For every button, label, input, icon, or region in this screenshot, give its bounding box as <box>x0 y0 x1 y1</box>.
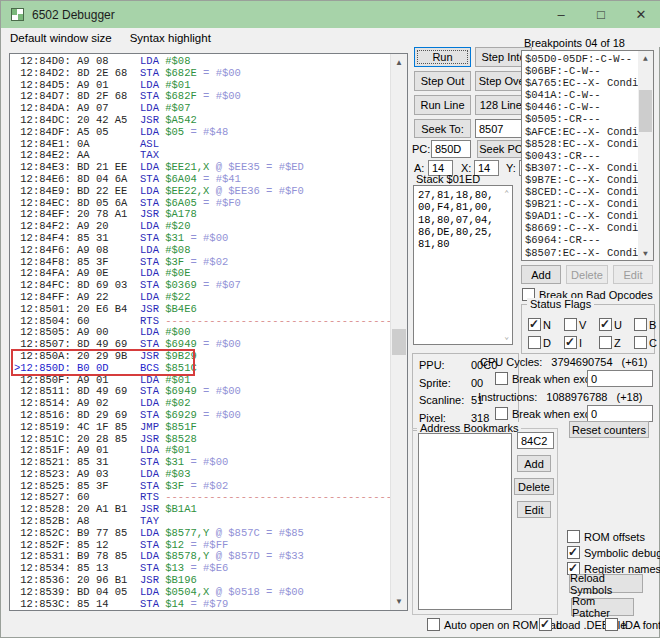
step-out-button[interactable]: Step Out <box>414 71 471 91</box>
instructions-label: Instructions: <box>478 391 537 403</box>
status-flag-C[interactable]: C <box>634 336 658 349</box>
bookmark-address-input[interactable]: 84C2 <box>517 432 554 449</box>
run-line-button[interactable]: Run Line <box>414 95 471 115</box>
breakpoint-item[interactable]: $041A:-C-W-- <box>525 89 638 101</box>
breakpoint-item[interactable]: $06BF:-C-W-- <box>525 65 638 77</box>
breakpoint-item[interactable]: $AFCE:EC--X- Conditi <box>525 126 638 138</box>
breakpoint-item[interactable]: $0446:-C-W-- <box>525 101 638 113</box>
stack-scroll-down-icon[interactable]: ⌄ <box>504 332 509 341</box>
sprite-value: 00 <box>471 375 483 393</box>
reload-symbols-button[interactable]: Reload Symbols <box>569 574 643 593</box>
bookmark-add-button[interactable]: Add <box>517 455 551 472</box>
scrollbar-thumb[interactable] <box>392 329 406 355</box>
breakpoint-add-button[interactable]: Add <box>521 265 561 284</box>
disassembly-code[interactable]: 12:84D0: A9 08 LDA #$08 12:84D2: 8D 2E 6… <box>10 54 390 610</box>
stack-box[interactable]: 27,81,18,80,00,F4,81,00,18,80,07,04,86,D… <box>413 185 513 345</box>
bookmark-edit-button[interactable]: Edit <box>517 501 551 518</box>
instr-break-input[interactable]: 0 <box>587 405 653 422</box>
breakpoint-item[interactable]: $8507:EC--X- Conditi <box>525 247 638 259</box>
flag-Z-checkbox[interactable] <box>599 336 612 349</box>
breakpoint-item[interactable]: $8528:EC--X- Conditi <box>525 138 638 150</box>
seek-to-button[interactable]: Seek To: <box>414 119 471 138</box>
menu-default-window-size[interactable]: Default window size <box>1 30 121 46</box>
cpu-break-checkbox[interactable] <box>495 372 508 385</box>
bookmark-delete-button[interactable]: Delete <box>514 478 554 495</box>
cpu-break-input[interactable]: 0 <box>587 370 653 387</box>
stack-line: 27,81,18,80, <box>418 189 510 201</box>
status-flag-Z[interactable]: Z <box>599 336 634 349</box>
run-button[interactable]: Run <box>414 47 471 67</box>
sprite-label: Sprite: <box>419 375 471 393</box>
close-button[interactable]: ✕ <box>621 1 660 28</box>
scroll-down-icon[interactable]: ▼ <box>391 593 407 610</box>
breakpoint-item[interactable]: $6964:-CR--- <box>525 234 638 246</box>
breakpoint-item[interactable]: $8CED:-C--X- Conditi <box>525 186 638 198</box>
stack-line: 18,80,07,04, <box>418 214 510 226</box>
seek-pc-button[interactable]: Seek PC <box>477 140 525 158</box>
instructions-value: 1088976788 <box>546 391 607 403</box>
symbolic-debug-checkbox[interactable] <box>567 546 580 559</box>
menu-syntax-highlight[interactable]: Syntax highlight <box>121 30 220 46</box>
breakpoint-item[interactable]: $8669:-C--X- Conditi <box>525 222 638 234</box>
flag-B-checkbox[interactable] <box>634 318 647 331</box>
stack-line: 86,DE,80,25, <box>418 226 510 238</box>
title-bar: 6502 Debugger – □ ✕ <box>1 1 660 28</box>
pc-input[interactable]: 850D <box>431 140 471 158</box>
breakpoints-scrollbar[interactable]: ▲ ▼ <box>638 51 653 260</box>
status-flag-D[interactable]: D <box>528 336 564 349</box>
window-title: 6502 Debugger <box>32 8 115 22</box>
breakpoint-item[interactable]: $A765:EC--X- Conditi <box>525 77 638 89</box>
flag-N-label: N <box>543 319 551 331</box>
breakpoint-edit-button[interactable]: Edit <box>613 265 653 284</box>
scroll-down-icon[interactable]: ▼ <box>638 246 653 260</box>
status-flag-I[interactable]: I <box>564 336 599 349</box>
scrollbar-thumb[interactable] <box>639 90 652 132</box>
breakpoint-item[interactable]: $9B21:-C--X- Conditi <box>525 198 638 210</box>
status-flags-label: Status Flags <box>527 298 594 310</box>
breakpoint-item[interactable]: $0505:-CR--- <box>525 113 638 125</box>
breakpoint-item[interactable]: $B307:-C--X- Conditi <box>525 162 638 174</box>
status-flag-B[interactable]: B <box>634 318 658 331</box>
flag-V-checkbox[interactable] <box>564 318 577 331</box>
symbolic-debug-row[interactable]: Symbolic debug <box>567 546 660 559</box>
load-deb-checkbox[interactable] <box>539 618 552 631</box>
stack-scroll-up-icon[interactable]: ⌃ <box>504 189 509 198</box>
flag-N-checkbox[interactable] <box>528 318 541 331</box>
breakpoint-item[interactable]: $9B7E:-C--X- Conditi <box>525 174 638 186</box>
flag-Z-label: Z <box>614 337 621 349</box>
status-flag-V[interactable]: V <box>564 318 599 331</box>
flag-D-checkbox[interactable] <box>528 336 541 349</box>
rom-offsets-row[interactable]: ROM offsets <box>567 530 645 543</box>
breakpoints-list[interactable]: $05D0-05DF:-C-W--$06BF:-C-W--$A765:EC--X… <box>521 50 654 261</box>
stack-line: 81,80 <box>418 238 510 250</box>
pc-label: PC: <box>412 143 430 155</box>
ida-font-checkbox[interactable] <box>605 618 618 631</box>
instr-break-checkbox[interactable] <box>495 407 508 420</box>
maximize-button[interactable]: □ <box>581 1 621 28</box>
flag-B-label: B <box>649 319 656 331</box>
cpu-cycles-delta: (+61) <box>622 356 648 368</box>
reset-counters-button[interactable]: Reset counters <box>569 421 649 438</box>
status-flag-N[interactable]: N <box>528 318 564 331</box>
scroll-up-icon[interactable]: ▲ <box>391 54 407 71</box>
ida-font-row[interactable]: IDA font <box>605 618 660 631</box>
flag-C-checkbox[interactable] <box>634 336 647 349</box>
scanline-label: Scanline: <box>419 392 471 410</box>
disasm-line[interactable]: 12:853C: 85 14 STA $14 = #$79 <box>14 599 390 610</box>
flag-D-label: D <box>543 337 551 349</box>
flag-I-checkbox[interactable] <box>564 336 577 349</box>
breakpoint-item[interactable]: $9AD1:-C--X- Conditi <box>525 210 638 222</box>
breakpoint-item[interactable]: $05D0-05DF:-C-W-- <box>525 53 638 65</box>
status-flags-group: Status Flags NVUBDIZC <box>521 304 655 354</box>
flag-U-checkbox[interactable] <box>599 318 612 331</box>
rom-patcher-button[interactable]: Rom Patcher <box>571 598 634 616</box>
auto-open-checkbox[interactable] <box>427 618 440 631</box>
disassembly-scrollbar[interactable]: ▲ ▼ <box>390 54 407 610</box>
breakpoint-item[interactable]: $0043:-CR--- <box>525 150 638 162</box>
minimize-button[interactable]: – <box>541 1 581 28</box>
status-flag-U[interactable]: U <box>599 318 634 331</box>
breakpoint-delete-button[interactable]: Delete <box>566 265 608 284</box>
bookmarks-list[interactable] <box>418 433 512 610</box>
scroll-up-icon[interactable]: ▲ <box>638 51 653 65</box>
rom-offsets-checkbox[interactable] <box>567 530 580 543</box>
